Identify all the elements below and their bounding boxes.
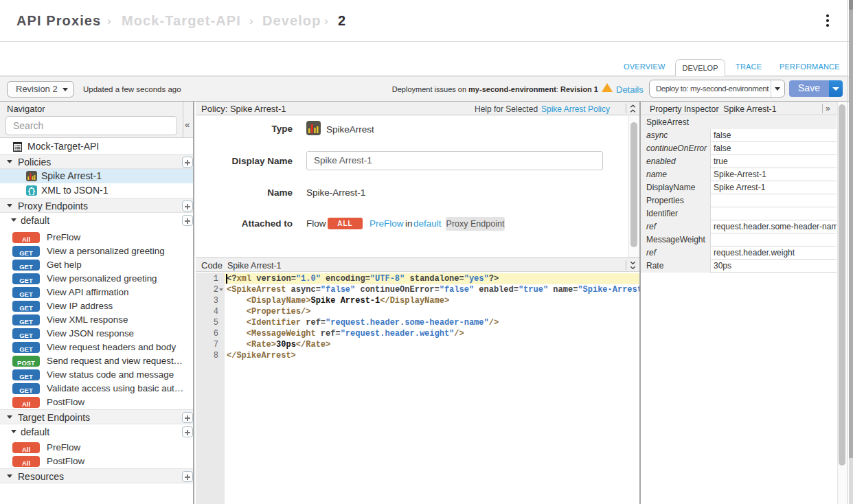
svg-text:{ }: { } [28, 187, 35, 195]
